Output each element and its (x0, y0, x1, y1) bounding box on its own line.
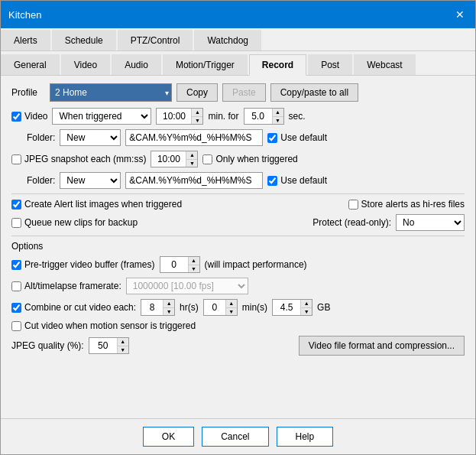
hr-spinbox[interactable]: ▲ ▼ (141, 299, 175, 316)
hr-up[interactable]: ▲ (164, 300, 174, 308)
video-folder-row: Folder: New Use default (11, 129, 465, 146)
profile-select-wrapper[interactable]: 2 Home (50, 83, 172, 102)
video-sec-input[interactable] (244, 109, 272, 124)
min-up[interactable]: ▲ (226, 300, 237, 308)
close-button[interactable]: ✕ (452, 5, 468, 24)
video-folder-path[interactable] (125, 129, 263, 146)
video-folder-select[interactable]: New (60, 129, 121, 146)
jpeg-quality-down[interactable]: ▼ (118, 346, 128, 354)
trigger-dropdown[interactable]: When triggered (52, 108, 151, 125)
store-alerts-checkbox[interactable] (348, 200, 358, 210)
tab-webcast[interactable]: Webcast (354, 54, 415, 75)
video-time-spinbox[interactable]: ▲ ▼ (156, 108, 203, 125)
min-down[interactable]: ▼ (226, 308, 237, 316)
jpeg-time-spinbox[interactable]: ▲ ▼ (151, 151, 198, 167)
min-spinbox[interactable]: ▲ ▼ (203, 299, 238, 316)
tab-general[interactable]: General (1, 54, 60, 75)
help-button[interactable]: Help (277, 427, 334, 447)
video-time-input[interactable] (157, 109, 191, 124)
video-sec-down[interactable]: ▼ (273, 117, 283, 125)
jpeg-quality-up[interactable]: ▲ (118, 338, 128, 346)
combine-cut-label[interactable]: Combine or cut video each: (11, 302, 136, 313)
cut-motion-checkbox[interactable] (11, 321, 21, 331)
min-label: min(s) (242, 302, 267, 313)
jpeg-time-down[interactable]: ▼ (186, 160, 197, 167)
options-label: Options (11, 241, 465, 252)
hr-down[interactable]: ▼ (164, 308, 174, 316)
jpeg-folder-path[interactable] (125, 172, 263, 189)
video-time-down[interactable]: ▼ (192, 117, 202, 125)
alt-timelapse-label[interactable]: Alt/timelapse framerate: (11, 281, 121, 291)
video-use-default-checkbox[interactable] (267, 133, 277, 143)
pre-trigger-down[interactable]: ▼ (189, 265, 199, 273)
paste-button[interactable]: Paste (222, 83, 266, 102)
jpeg-quality-spinbox[interactable]: ▲ ▼ (89, 337, 129, 354)
tab-post[interactable]: Post (308, 54, 352, 75)
alt-timelapse-checkbox[interactable] (11, 281, 21, 291)
pre-trigger-up[interactable]: ▲ (189, 257, 199, 265)
jpeg-checkbox[interactable] (11, 154, 21, 164)
gb-up[interactable]: ▲ (301, 300, 312, 308)
protect-select[interactable]: No (396, 214, 465, 231)
video-sec-up[interactable]: ▲ (273, 109, 283, 117)
pre-trigger-spinbox[interactable]: ▲ ▼ (160, 256, 200, 273)
pre-trigger-checkbox[interactable] (11, 260, 21, 270)
jpeg-quality-label: JPEG quality (%): (11, 340, 84, 351)
video-checkbox[interactable] (11, 112, 21, 122)
tab-alerts[interactable]: Alerts (1, 30, 50, 50)
min-input[interactable] (204, 300, 225, 315)
gb-down[interactable]: ▼ (301, 308, 312, 316)
queue-text: Queue new clips for backup (24, 217, 138, 228)
jpeg-folder-row: Folder: New Use default (11, 172, 465, 189)
copy-paste-all-button[interactable]: Copy/paste to all (270, 83, 358, 102)
queue-protect-row: Queue new clips for backup Protect (read… (11, 214, 465, 231)
video-time-up[interactable]: ▲ (192, 109, 202, 117)
jpeg-time-up[interactable]: ▲ (186, 151, 197, 160)
queue-checkbox[interactable] (11, 218, 21, 228)
copy-button[interactable]: Copy (176, 83, 218, 102)
tab-schedule[interactable]: Schedule (52, 30, 116, 50)
tab-ptz-control[interactable]: PTZ/Control (118, 30, 193, 50)
video-use-default-label[interactable]: Use default (267, 132, 327, 143)
tab-row-1: Alerts Schedule PTZ/Control Watchdog (1, 28, 475, 51)
tab-audio[interactable]: Audio (112, 54, 161, 75)
only-when-triggered-checkbox[interactable] (202, 154, 212, 164)
store-alerts-label[interactable]: Store alerts as hi-res files (348, 199, 465, 210)
pre-trigger-label[interactable]: Pre-trigger video buffer (frames) (11, 259, 155, 270)
create-alert-label[interactable]: Create Alert list images when triggered (11, 199, 182, 210)
only-when-triggered-label[interactable]: Only when triggered (202, 154, 297, 164)
jpeg-folder-label: Folder: (27, 175, 55, 186)
gb-input[interactable] (273, 300, 300, 315)
jpeg-checkbox-label[interactable]: JPEG snapshot each (mm:ss) (11, 154, 146, 164)
tab-video[interactable]: Video (61, 54, 110, 75)
main-window: Kitchen ✕ Alerts Schedule PTZ/Control Wa… (0, 0, 476, 455)
profile-label: Profile (11, 87, 42, 98)
pre-trigger-input[interactable] (160, 257, 188, 272)
hr-input[interactable] (141, 300, 163, 315)
queue-label[interactable]: Queue new clips for backup (11, 217, 138, 228)
content-area: Profile 2 Home Copy Paste Copy/paste to … (1, 76, 475, 418)
cut-motion-label[interactable]: Cut video when motion sensor is triggere… (11, 320, 196, 331)
title-bar: Kitchen ✕ (1, 1, 475, 28)
video-format-button[interactable]: Video file format and compression... (299, 336, 465, 356)
ok-button[interactable]: OK (143, 427, 194, 447)
jpeg-use-default-checkbox[interactable] (267, 176, 277, 186)
profile-select[interactable]: 2 Home (50, 83, 172, 102)
video-checkbox-label[interactable]: Video (11, 111, 47, 122)
alert-store-row: Create Alert list images when triggered … (11, 199, 465, 210)
alt-timelapse-select[interactable]: 1000000 [10.00 fps] (126, 278, 248, 294)
tab-watchdog[interactable]: Watchdog (194, 30, 261, 50)
combine-cut-text: Combine or cut video each: (24, 302, 136, 313)
tab-record[interactable]: Record (249, 54, 306, 76)
combine-cut-checkbox[interactable] (11, 303, 21, 313)
cancel-button[interactable]: Cancel (202, 427, 268, 447)
jpeg-quality-input[interactable] (89, 338, 117, 353)
video-sec-spinbox[interactable]: ▲ ▼ (244, 108, 284, 125)
tab-motion-trigger[interactable]: Motion/Trigger (163, 54, 248, 75)
jpeg-time-input[interactable] (151, 151, 186, 167)
jpeg-use-default-text: Use default (280, 175, 327, 186)
jpeg-use-default-label[interactable]: Use default (267, 175, 327, 186)
jpeg-folder-select[interactable]: New (60, 172, 121, 189)
gb-spinbox[interactable]: ▲ ▼ (272, 299, 312, 316)
create-alert-checkbox[interactable] (11, 200, 21, 210)
